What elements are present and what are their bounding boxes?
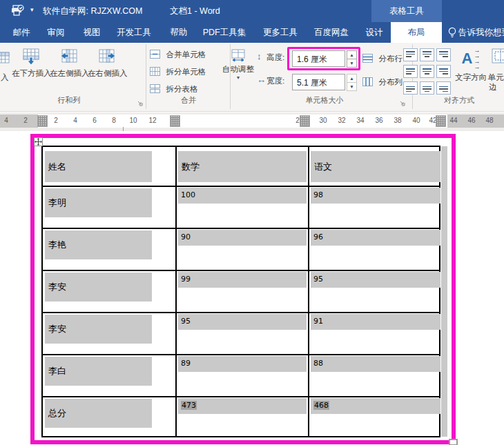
qat-customize-caret-icon[interactable]: ▾ [30,6,34,13]
ruler-number: 30 [318,117,328,124]
row-border[interactable] [43,186,439,187]
table-cell[interactable]: 李明 [45,188,152,217]
align-top-left-button[interactable] [403,48,418,61]
table-cell[interactable]: 李艳 [45,230,152,259]
table-cell[interactable]: 89 [178,356,307,372]
group-label-alignment: 对齐方式 [414,95,504,106]
tab-more-tools[interactable]: 更多工具 [258,22,302,43]
ruler-table-column-marker[interactable] [170,115,180,127]
insert-above-partial-label[interactable]: 入 [1,72,9,83]
table-cell[interactable]: 总分 [45,399,152,428]
insert-left-label: 在左侧插入 [50,69,90,77]
split-cells-icon [150,67,160,76]
row-border[interactable] [43,270,439,271]
cell-margins-partial-label-line1[interactable]: 单元 [484,72,504,83]
table-cell[interactable]: 李安 [45,273,152,301]
row-border[interactable] [43,312,439,313]
ruler-strip[interactable]: 4 2 2 4 6 8 10 12 2 30 32 34 36 38 40 42… [0,115,504,128]
rows-columns-dialog-launcher-icon[interactable] [136,99,143,106]
distribute-rows-label: 分布行 [378,55,403,63]
table-cell[interactable]: 88 [311,356,440,372]
tab-review[interactable]: 审阅 [41,22,70,43]
table-cell[interactable]: 90 [178,230,307,246]
text-direction-label: 文字方向 [455,73,487,81]
column-border[interactable] [308,147,309,436]
ruler-number: 2 [51,117,61,124]
tab-view[interactable]: 视图 [77,22,106,43]
ruler-table-column-marker[interactable] [436,115,446,127]
table-resize-handle[interactable] [449,439,458,445]
distribute-rows-button[interactable]: 分布行 [362,52,403,64]
table-cell[interactable]: 96 [311,230,440,246]
table-cell[interactable]: 95 [178,314,307,330]
cell-margins-partial-icon[interactable] [492,48,504,65]
tab-mail[interactable]: 邮件 [7,22,36,43]
table-cell[interactable]: 李安 [45,315,152,344]
table-cell[interactable]: 473 [178,398,307,414]
align-top-center-button[interactable] [420,48,434,61]
data-table[interactable]: 姓名 数学 语文 李明 100 98 李艳 90 96 李安 99 95 李安 … [41,146,440,437]
insert-right-icon [98,48,116,66]
insert-below-icon [22,48,40,66]
table-move-handle[interactable] [34,137,43,146]
align-bottom-left-button[interactable] [403,81,418,95]
tab-developer[interactable]: 开发工具 [112,22,156,43]
ruler-table-column-marker[interactable] [37,115,48,127]
ruler-number: 48 [485,117,494,124]
ruler-number: 46 [467,117,476,124]
table-cell[interactable]: 99 [178,272,307,288]
table-cell[interactable]: 95 [311,272,440,288]
align-bottom-center-button[interactable] [420,81,434,95]
contextual-tools-header: 表格工具 [371,0,442,22]
ruler-number: 8 [109,117,119,124]
column-border[interactable] [175,147,177,436]
end-of-row-selection-strip [441,146,447,437]
tab-baidu-netdisk[interactable]: 百度网盘 [309,22,353,43]
cell-margins-partial-label-line2[interactable]: 边 [489,82,497,92]
split-table-button[interactable]: 拆分表格 [150,82,197,95]
row-border[interactable] [43,228,439,229]
table-cell[interactable]: 98 [311,188,440,204]
document-title: 文档1 - Word [170,6,220,17]
table-cell[interactable]: 100 [178,188,307,204]
tab-help[interactable]: 帮助 [164,22,193,43]
autofit-dropdown-caret-icon: ▾ [220,75,257,81]
ruler-number: 4 [70,117,80,124]
align-top-right-button[interactable] [436,48,451,61]
row-border[interactable] [43,354,439,355]
ruler-number: 38 [393,117,403,124]
ruler-number: 2 [21,117,30,124]
tell-me-box[interactable]: 告诉我你想要 [458,22,504,43]
insert-above-partial-icon[interactable] [0,50,11,66]
ruler-table-column-marker[interactable] [300,115,310,127]
align-center-left-button[interactable] [403,65,418,78]
tab-pdf-tools[interactable]: PDF工具集 [199,22,250,43]
cell-size-dialog-launcher-icon[interactable] [398,99,405,106]
quick-print-icon[interactable] [10,5,26,18]
align-bottom-right-button[interactable] [436,81,451,95]
split-table-icon [150,84,160,93]
insert-left-button[interactable]: 在左侧插入 [50,48,88,79]
distribute-columns-button[interactable]: 分布列 [362,75,403,88]
table-cell[interactable]: 91 [311,314,440,330]
insert-below-button[interactable]: 在下方插入 [12,48,50,79]
split-cells-button[interactable]: 拆分单元格 [150,65,206,77]
table-cell[interactable]: 数学 [178,151,307,182]
table-cell[interactable]: 李白 [45,357,152,386]
width-input[interactable] [292,74,345,90]
ruler-number: 34 [356,117,365,124]
insert-right-button[interactable]: 在右侧插入 [88,48,126,79]
width-spin-down-button[interactable]: ▼ [347,82,357,91]
merge-cells-button[interactable]: 合并单元格 [150,48,206,60]
row-border[interactable] [43,396,439,397]
document-page[interactable]: 姓名 数学 语文 李明 100 98 李艳 90 96 李安 99 95 李安 … [0,131,504,445]
autofit-button[interactable]: 自动调整 ▾ [220,48,257,81]
align-center-button[interactable] [420,65,434,78]
tab-design[interactable]: 设计 [358,22,391,43]
table-cell[interactable]: 语文 [311,151,440,182]
tab-layout-active[interactable]: 布局 [391,22,442,43]
tell-me-lightbulb-icon [447,27,457,39]
table-cell[interactable]: 468 [311,398,440,414]
table-cell[interactable]: 姓名 [45,151,152,182]
align-center-right-button[interactable] [436,65,451,78]
